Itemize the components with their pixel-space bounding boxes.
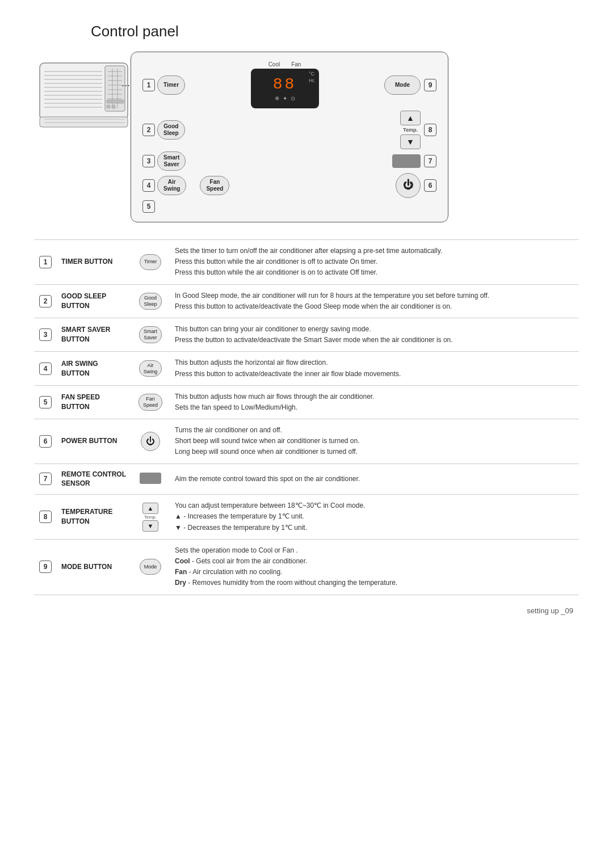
item-icon-7 (131, 464, 170, 495)
good-sleep-line1: Good (163, 123, 178, 130)
item-num-2: 2 (34, 284, 57, 318)
item-num-3: 3 (34, 318, 57, 351)
item-desc-4: This button adjusts the horizontal air f… (170, 352, 579, 385)
temp-group: ▲ Temp. ▼ (400, 111, 421, 149)
table-row: 5 FAN SPEED BUTTON FanSpeed This button … (34, 385, 579, 419)
num-5: 5 (142, 200, 155, 213)
control-panel-box: 1 Timer Cool Fan °C Hr. (131, 52, 448, 222)
item-desc-1: Sets the timer to turn on/off the air co… (170, 240, 579, 285)
fan-speed-mini-btn: FanSpeed (138, 394, 162, 411)
item-name-4: AIR SWING BUTTON (57, 352, 131, 385)
item-icon-3: SmartSaver (131, 318, 170, 351)
air-swing-mini-btn: AirSwing (139, 360, 162, 377)
table-row: 8 TEMPERATURE BUTTON ▲ Temp. ▼ You can a… (34, 495, 579, 540)
svg-rect-11 (105, 66, 125, 111)
timer-btn-label: Timer (163, 82, 179, 89)
mode-btn-label: Mode (395, 82, 410, 89)
item-num-8: 8 (34, 495, 57, 540)
item-name-1: TIMER BUTTON (57, 240, 131, 285)
item-desc-5: This button adjusts how much air flows t… (170, 385, 579, 419)
item-num-7: 7 (34, 464, 57, 495)
row3-left: 3 Smart Saver (142, 151, 186, 171)
display-icon1: ❄ (275, 95, 279, 102)
diag-row2: 2 Good Sleep ▲ Temp. ▼ 8 (142, 111, 436, 149)
good-sleep-btn[interactable]: Good Sleep (157, 120, 185, 140)
row2-left: 2 Good Sleep (142, 120, 185, 140)
footer: setting up _09 (34, 606, 579, 615)
num-9: 9 (424, 79, 436, 91)
row4-left: 4 Air Swing Fan Speed (142, 176, 229, 195)
power-mini-btn: ⏻ (141, 432, 160, 451)
num-3: 3 (142, 155, 155, 167)
mode-labels: Cool Fan (268, 61, 301, 68)
ac-unit-sketch (34, 57, 136, 172)
item-icon-8: ▲ Temp. ▼ (131, 495, 170, 540)
item-num-4: 4 (34, 352, 57, 385)
sensor-block (140, 473, 161, 484)
sensor-indicator (392, 154, 421, 168)
page-title: Control panel (91, 23, 579, 40)
air-swing-btn[interactable]: Air Swing (157, 176, 186, 195)
smart-saver-mini-btn: SmartSaver (139, 326, 162, 343)
smart-saver-line1: Smart (163, 154, 179, 161)
deg-hr-label: °C Hr. (309, 71, 316, 84)
item-desc-3: This button can bring your air condition… (170, 318, 579, 351)
diag-row3: 3 Smart Saver 7 (142, 151, 436, 171)
row2-right: ▲ Temp. ▼ 8 (400, 111, 436, 149)
item-desc-7: Aim the remote control toward this spot … (170, 464, 579, 495)
mode-mini-btn: Mode (140, 559, 162, 575)
num-7: 7 (424, 155, 436, 167)
smart-saver-btn[interactable]: Smart Saver (157, 151, 186, 171)
row1-right: Mode 9 (384, 75, 436, 95)
svg-rect-23 (112, 105, 115, 108)
table-row: 2 GOOD SLEEP BUTTON GoodSleep In Good Sl… (34, 284, 579, 318)
diag-row4: 4 Air Swing Fan Speed ⏻ 6 (142, 173, 436, 198)
item-name-5: FAN SPEED BUTTON (57, 385, 131, 419)
temp-mini-group: ▲ Temp. ▼ (135, 503, 166, 532)
temp-up-btn[interactable]: ▲ (400, 111, 421, 125)
svg-rect-24 (40, 117, 128, 127)
temp-up-mini: ▲ (142, 503, 158, 514)
smart-saver-line2: Saver (164, 161, 179, 168)
power-btn[interactable]: ⏻ (396, 173, 421, 198)
item-num-1: 1 (34, 240, 57, 285)
item-name-3: SMART SAVER BUTTON (57, 318, 131, 351)
item-num-9: 9 (34, 539, 57, 595)
item-icon-6: ⏻ (131, 419, 170, 464)
diag-row1: 1 Timer Cool Fan °C Hr. (142, 61, 436, 108)
item-name-9: MODE BUTTON (57, 539, 131, 595)
good-sleep-mini-btn: GoodSleep (139, 293, 161, 310)
display-icon2: ✦ (283, 95, 287, 102)
row3-right: 7 (392, 154, 436, 168)
table-row: 6 POWER BUTTON ⏻ Turns the air condition… (34, 419, 579, 464)
temp-down-btn[interactable]: ▼ (400, 134, 421, 149)
desc-table: 1 TIMER BUTTON Timer Sets the timer to t… (34, 239, 579, 595)
temp-label: Temp. (403, 127, 418, 133)
item-name-8: TEMPERATURE BUTTON (57, 495, 131, 540)
table-row: 7 REMOTE CONTROL SENSOR Aim the remote c… (34, 464, 579, 495)
num-1: 1 (142, 79, 155, 91)
display-screen: °C Hr. 88 ❄ ✦ ⊙ (251, 69, 319, 108)
item-name-7: REMOTE CONTROL SENSOR (57, 464, 131, 495)
row1-left: 1 Timer (142, 75, 185, 95)
table-row: 3 SMART SAVER BUTTON SmartSaver This but… (34, 318, 579, 351)
svg-rect-22 (107, 105, 110, 108)
item-icon-5: FanSpeed (131, 385, 170, 419)
item-desc-9: Sets the operation mode to Cool or Fan .… (170, 539, 579, 595)
display-icon3: ⊙ (291, 95, 295, 102)
item-desc-6: Turns the air conditioner on and off. Sh… (170, 419, 579, 464)
fan-speed-btn[interactable]: Fan Speed (200, 176, 229, 195)
item-name-6: POWER BUTTON (57, 419, 131, 464)
temp-down-mini: ▼ (142, 520, 158, 532)
svg-rect-21 (107, 100, 124, 103)
item-icon-9: Mode (131, 539, 170, 595)
center-display-group: Cool Fan °C Hr. 88 ❄ ✦ ⊙ (251, 61, 319, 108)
fan-speed-line2: Speed (206, 186, 223, 192)
table-row: 4 AIR SWING BUTTON AirSwing This button … (34, 352, 579, 385)
air-swing-line1: Air (168, 179, 176, 186)
air-swing-line2: Swing (163, 186, 180, 192)
mode-btn[interactable]: Mode (384, 75, 421, 95)
fan-label: Fan (291, 61, 301, 68)
item-icon-4: AirSwing (131, 352, 170, 385)
timer-btn[interactable]: Timer (157, 75, 185, 95)
